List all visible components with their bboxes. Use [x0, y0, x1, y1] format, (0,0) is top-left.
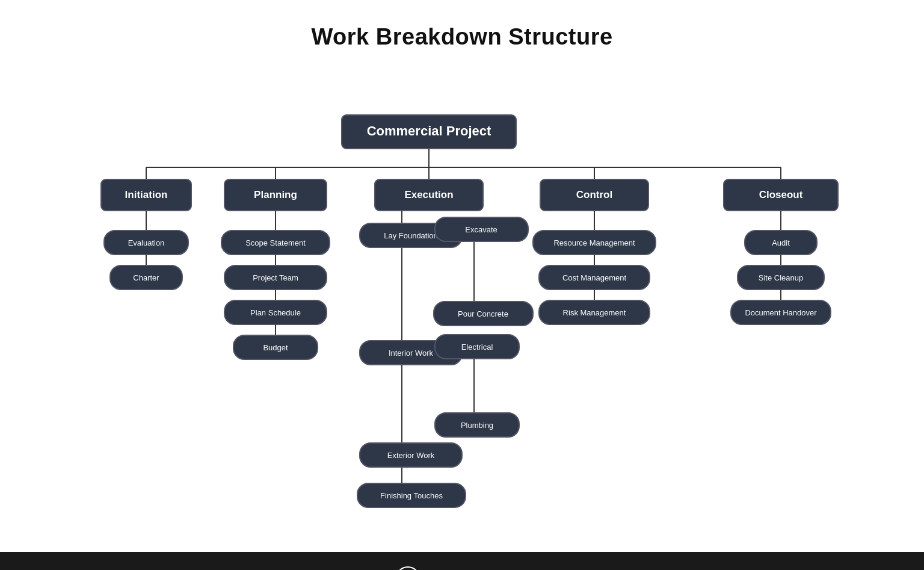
node-closeout-label: Closeout [759, 189, 803, 200]
main-content: Work Breakdown Structure .nd-root { fill… [0, 0, 924, 552]
node-initiation-label: Initiation [125, 189, 168, 200]
node-electrical-label: Electrical [461, 342, 493, 352]
node-project-team-label: Project Team [253, 273, 298, 282]
node-risk-mgmt-label: Risk Management [563, 308, 626, 317]
node-resource-mgmt-label: Resource Management [553, 238, 635, 247]
page-title: Work Breakdown Structure [311, 24, 612, 50]
node-cost-mgmt-label: Cost Management [562, 273, 627, 282]
node-budget-label: Budget [263, 343, 288, 352]
node-lay-foundation-label: Lay Foundation [384, 231, 438, 240]
node-planning-label: Planning [254, 189, 297, 200]
node-site-cleanup-label: Site Cleanup [759, 273, 803, 282]
node-charter-label: Charter [133, 273, 159, 282]
footer: PM ProjectManager [0, 552, 924, 570]
node-pour-concrete-label: Pour Concrete [458, 309, 508, 318]
footer-logo: PM [395, 566, 420, 570]
node-control-label: Control [576, 189, 612, 200]
node-execution-label: Execution [404, 189, 453, 200]
wbs-diagram: .nd-root { fill: #2d3748; stroke: #556; … [17, 74, 907, 534]
node-plan-schedule-label: Plan Schedule [250, 308, 301, 317]
node-root-label: Commercial Project [367, 123, 491, 138]
node-scope-label: Scope Statement [245, 238, 306, 247]
node-excavate-label: Excavate [465, 225, 497, 234]
node-finishing-touches-label: Finishing Touches [380, 491, 443, 500]
node-evaluation-label: Evaluation [128, 238, 165, 247]
node-doc-handover-label: Document Handover [745, 308, 817, 317]
node-audit-label: Audit [772, 238, 790, 247]
node-interior-work-label: Interior Work [389, 349, 434, 358]
node-plumbing-label: Plumbing [461, 421, 493, 430]
node-exterior-work-label: Exterior Work [387, 451, 435, 460]
